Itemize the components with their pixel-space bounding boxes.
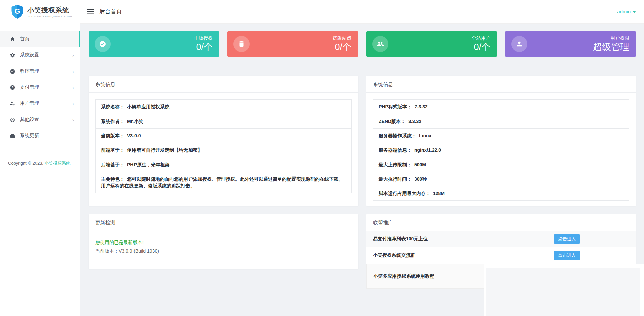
info-row: 最大上传限制：500M [373, 157, 629, 172]
trash-icon [233, 36, 250, 52]
sidebar-item-label: 其他设置 [20, 117, 39, 123]
update-status: 您使用的已是最新版本! [95, 240, 352, 246]
stat-label: 全站用户 [472, 35, 490, 41]
brand-title: 小笑授权系统 [27, 6, 73, 15]
sidebar-item-label: 用户管理 [20, 100, 39, 106]
copyright-link[interactable]: 小笑授权系统 [45, 161, 71, 166]
caret-down-icon [633, 11, 636, 13]
sidebar: G 小笑授权系统 XIAOXIAOSHOUQUANXITONG 首页 系统设置 … [0, 0, 80, 316]
sidebar-item-label: 系统设置 [20, 52, 39, 58]
panel-title: 联盟推广 [366, 214, 636, 231]
promo-title: 小笑多应用授权系统使用教程 [373, 273, 434, 279]
brand-subtitle: XIAOXIAOSHOUQUANXITONG [27, 15, 73, 18]
stat-value: 超级管理 [593, 41, 629, 53]
info-row: 主要特色：您可以随时随地的面向您的用户添加授权、管理授权。此外还可以通过简单的配… [96, 172, 351, 193]
stat-value: 0/个 [333, 41, 352, 53]
badge-check-icon [95, 36, 111, 52]
chevron-right-icon: › [72, 53, 74, 58]
info-row: 服务器操作系统：Linux [373, 129, 629, 143]
panel-promo: 联盟推广 易支付推荐列表100元上位 点击进入 小笑授权系统交流群 点击进入 [366, 214, 636, 264]
panel-title: 系统信息 [366, 76, 636, 93]
info-row: 系统名称：小笑单应用授权系统 [96, 100, 351, 114]
panel-update-check: 更新检测 您使用的已是最新版本! 当前版本：V3.0.0 (Build 1030… [89, 214, 358, 269]
info-row: 最大执行时间：300秒 [373, 172, 629, 186]
current-version: 当前版本：V3.0.0 (Build 1030) [95, 248, 352, 254]
sidebar-item-label: 系统更新 [20, 133, 39, 139]
panel-system-info-right: 系统信息 PHP程式版本：7.3.32 ZEND版本：3.3.32 服务器操作系… [366, 76, 636, 206]
bottom-right-placeholder [486, 268, 640, 316]
sidebar-item-home[interactable]: 首页 [0, 31, 80, 47]
sidebar-item-other-settings[interactable]: 其他设置 › [0, 111, 80, 128]
copyright-text: Copyright © 2023. [8, 161, 45, 166]
promo-title: 小笑授权系统交流群 [373, 252, 415, 258]
stat-value: 0/个 [472, 41, 490, 53]
enter-button[interactable]: 点击进入 [554, 251, 580, 260]
sidebar-item-system-settings[interactable]: 系统设置 › [0, 47, 80, 63]
user-dropdown[interactable]: admin [617, 9, 636, 14]
home-icon [9, 36, 15, 42]
svg-text:G: G [15, 7, 20, 15]
panel-system-info-left: 系统信息 系统名称：小笑单应用授权系统 系统作者：Mr.小笑 当前版本：V3.0… [89, 76, 358, 206]
stat-value: 0/个 [194, 41, 213, 53]
brand-logo[interactable]: G 小笑授权系统 XIAOXIAOSHOUQUANXITONG [0, 0, 80, 24]
server-info-table: PHP程式版本：7.3.32 ZEND版本：3.3.32 服务器操作系统：Lin… [373, 99, 629, 201]
stat-label: 正版授权 [194, 35, 213, 41]
hamburger-icon[interactable] [87, 9, 94, 14]
info-row: 前端基于：使用者可自行开发定制【均无加密】 [96, 143, 351, 157]
other-settings-icon [9, 117, 15, 123]
info-row: ZEND版本：3.3.32 [373, 114, 629, 129]
user-name: admin [617, 9, 631, 14]
person-icon [511, 36, 527, 52]
cloud-icon [9, 133, 15, 139]
shield-logo-icon: G [11, 4, 24, 19]
chevron-right-icon: › [72, 85, 74, 90]
copyright: Copyright © 2023. 小笑授权系统 [0, 153, 80, 167]
enter-button[interactable]: 点击进入 [554, 234, 580, 244]
topbar: 后台首页 admin [80, 0, 644, 24]
badge-check-icon [9, 68, 15, 74]
panel-title: 系统信息 [89, 76, 358, 93]
gear-icon [9, 52, 15, 58]
page-title: 后台首页 [99, 8, 122, 15]
info-row: 脚本运行占用最大内存：128M [373, 186, 629, 200]
promo-row-tutorial[interactable]: 小笑多应用授权系统使用教程 [366, 264, 484, 289]
info-row: 服务器端信息：nginx/1.22.0 [373, 143, 629, 157]
panel-title: 更新检测 [89, 214, 358, 231]
stat-label: 用户权限 [593, 35, 629, 41]
sidebar-item-program-management[interactable]: 程序管理 › [0, 63, 80, 79]
sidebar-item-label: 支付管理 [20, 84, 39, 90]
sidebar-item-user-management[interactable]: 用户管理 › [0, 95, 80, 111]
sidebar-item-payment-management[interactable]: S 支付管理 › [0, 79, 80, 95]
promo-title: 易支付推荐列表100元上位 [373, 236, 428, 242]
svg-text:S: S [11, 86, 13, 89]
sidebar-item-label: 程序管理 [20, 68, 39, 74]
stat-card-genuine-licenses: 正版授权 0/个 [89, 31, 219, 57]
info-row: 当前版本：V3.0.0 [96, 129, 351, 143]
stat-card-pirated-sites: 盗版站点 0/个 [227, 31, 358, 57]
info-row: 后端基于：PHP原生，光年框架 [96, 157, 351, 172]
chevron-right-icon: › [72, 101, 74, 106]
payment-s-icon: S [9, 84, 15, 90]
sidebar-item-system-update[interactable]: 系统更新 [0, 128, 80, 144]
stat-label: 盗版站点 [333, 35, 352, 41]
users-icon [372, 36, 388, 52]
sidebar-item-label: 首页 [20, 36, 30, 42]
stat-cards-row: 正版授权 0/个 盗版站点 0/个 全站用户 0/个 [89, 31, 636, 57]
sidebar-menu: 首页 系统设置 › 程序管理 › S 支付管理 › 用 [0, 31, 80, 144]
user-settings-icon [9, 100, 15, 106]
promo-row-chat-group: 小笑授权系统交流群 点击进入 [366, 247, 636, 263]
stat-card-total-users: 全站用户 0/个 [366, 31, 497, 57]
stat-card-user-role: 用户权限 超级管理 [505, 31, 636, 57]
info-row: 系统作者：Mr.小笑 [96, 114, 351, 129]
promo-row-epay: 易支付推荐列表100元上位 点击进入 [366, 231, 636, 247]
system-info-table: 系统名称：小笑单应用授权系统 系统作者：Mr.小笑 当前版本：V3.0.0 前端… [95, 99, 352, 193]
chevron-right-icon: › [72, 69, 74, 74]
chevron-right-icon: › [72, 117, 74, 122]
info-row: PHP程式版本：7.3.32 [373, 100, 629, 114]
